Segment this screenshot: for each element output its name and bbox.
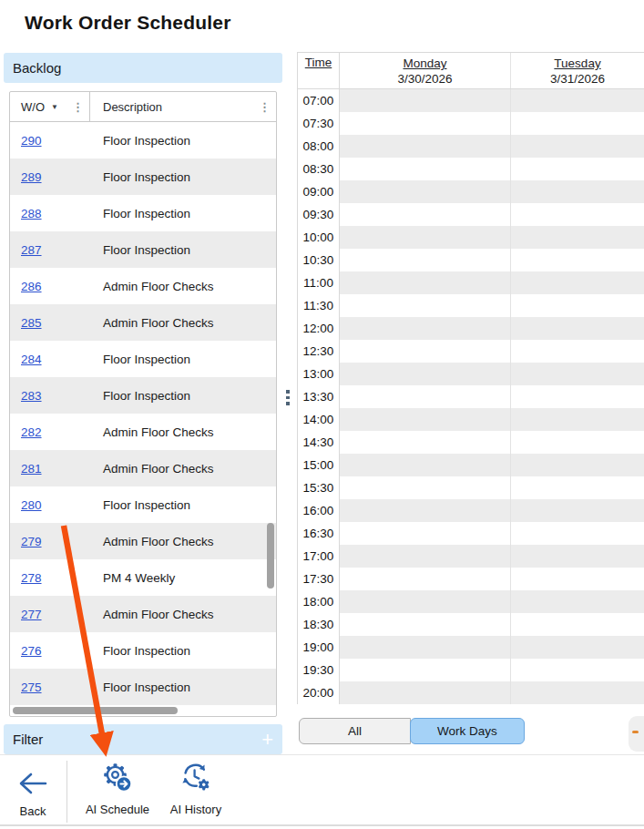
schedule-cell-monday[interactable] — [340, 317, 511, 340]
filter-bar[interactable]: Filter + — [4, 724, 282, 754]
bottom-toolbar: Back — [0, 754, 644, 826]
schedule-cell-tuesday[interactable] — [511, 317, 644, 340]
schedule-cell-tuesday[interactable] — [511, 340, 644, 363]
sort-descending-caret-icon[interactable]: ▼ — [51, 103, 58, 111]
schedule-cell-tuesday[interactable] — [511, 545, 644, 568]
schedule-cell-monday[interactable] — [340, 294, 511, 317]
schedule-cell-tuesday[interactable] — [511, 476, 644, 499]
clipped-corner-button[interactable] — [629, 716, 644, 752]
wo-link[interactable]: 284 — [21, 353, 42, 366]
schedule-cell-tuesday[interactable] — [511, 499, 644, 522]
schedule-cell-monday[interactable] — [340, 385, 511, 408]
table-row: 283 Floor Inspection — [10, 377, 276, 414]
schedule-cell-tuesday[interactable] — [511, 431, 644, 454]
all-days-button[interactable]: All — [299, 718, 411, 744]
schedule-cell-monday[interactable] — [340, 249, 511, 271]
schedule-cell-tuesday[interactable] — [511, 112, 644, 135]
wo-link[interactable]: 279 — [21, 535, 42, 548]
wo-link[interactable]: 275 — [21, 681, 42, 694]
horizontal-scrollbar[interactable] — [13, 707, 178, 714]
schedule-cell-tuesday[interactable] — [511, 408, 644, 431]
schedule-cell-tuesday[interactable] — [511, 89, 644, 112]
kebab-menu-icon[interactable]: ⋮ — [72, 101, 84, 113]
table-row: 282 Admin Floor Checks — [10, 414, 276, 450]
table-row: 287 Floor Inspection — [10, 231, 276, 268]
day-column-header-monday[interactable]: Monday 3/30/2026 — [340, 53, 511, 88]
schedule-cell-monday[interactable] — [340, 568, 511, 590]
schedule-cell-tuesday[interactable] — [511, 522, 644, 545]
wo-link[interactable]: 282 — [21, 425, 42, 439]
schedule-cell-monday[interactable] — [340, 431, 511, 454]
schedule-cell-tuesday[interactable] — [511, 203, 644, 226]
schedule-row: 13:30 — [298, 385, 644, 408]
schedule-cell-tuesday[interactable] — [511, 135, 644, 158]
backlog-title: Backlog — [13, 60, 61, 76]
schedule-cell-monday[interactable] — [340, 522, 511, 545]
schedule-cell-monday[interactable] — [340, 180, 511, 203]
wo-link[interactable]: 285 — [21, 316, 42, 330]
wo-description: Floor Inspection — [90, 644, 276, 658]
panel-splitter-handle[interactable] — [286, 390, 290, 408]
schedule-cell-monday[interactable] — [340, 454, 511, 476]
schedule-cell-tuesday[interactable] — [511, 613, 644, 636]
ai-schedule-button[interactable]: AI Schedule — [79, 761, 156, 816]
time-label: 09:30 — [298, 203, 340, 226]
schedule-cell-monday[interactable] — [340, 363, 511, 385]
schedule-cell-monday[interactable] — [340, 590, 511, 613]
schedule-cell-tuesday[interactable] — [511, 681, 644, 704]
schedule-row: 14:30 — [298, 431, 644, 454]
schedule-cell-tuesday[interactable] — [511, 226, 644, 249]
kebab-menu-icon[interactable]: ⋮ — [259, 101, 271, 113]
wo-link[interactable]: 286 — [21, 280, 42, 293]
schedule-cell-monday[interactable] — [340, 545, 511, 568]
schedule-cell-monday[interactable] — [340, 636, 511, 659]
schedule-cell-tuesday[interactable] — [511, 363, 644, 385]
schedule-cell-tuesday[interactable] — [511, 659, 644, 681]
schedule-cell-monday[interactable] — [340, 408, 511, 431]
schedule-cell-monday[interactable] — [340, 226, 511, 249]
wo-link[interactable]: 287 — [21, 243, 42, 257]
schedule-cell-monday[interactable] — [340, 613, 511, 636]
schedule-cell-monday[interactable] — [340, 89, 511, 112]
schedule-cell-monday[interactable] — [340, 499, 511, 522]
day-column-header-tuesday[interactable]: Tuesday 3/31/2026 — [511, 53, 644, 88]
schedule-cell-monday[interactable] — [340, 271, 511, 294]
add-filter-icon[interactable]: + — [261, 730, 273, 750]
schedule-cell-tuesday[interactable] — [511, 636, 644, 659]
wo-description: Admin Floor Checks — [90, 535, 276, 548]
schedule-cell-tuesday[interactable] — [511, 271, 644, 294]
schedule-cell-monday[interactable] — [340, 476, 511, 499]
back-label: Back — [5, 804, 60, 818]
column-header-description[interactable]: Description ⋮ — [90, 92, 276, 121]
back-button[interactable]: Back — [5, 762, 60, 818]
wo-link[interactable]: 278 — [21, 571, 42, 585]
wo-link[interactable]: 288 — [21, 207, 42, 220]
wo-link[interactable]: 276 — [21, 644, 42, 658]
wo-link[interactable]: 283 — [21, 389, 42, 403]
schedule-cell-monday[interactable] — [340, 659, 511, 681]
schedule-cell-tuesday[interactable] — [511, 590, 644, 613]
wo-link[interactable]: 289 — [21, 170, 42, 184]
schedule-cell-monday[interactable] — [340, 135, 511, 158]
schedule-cell-tuesday[interactable] — [511, 249, 644, 271]
schedule-cell-monday[interactable] — [340, 340, 511, 363]
schedule-cell-tuesday[interactable] — [511, 158, 644, 180]
wo-link[interactable]: 280 — [21, 498, 42, 512]
schedule-cell-tuesday[interactable] — [511, 385, 644, 408]
ai-history-button[interactable]: AI History — [161, 761, 230, 816]
schedule-cell-tuesday[interactable] — [511, 180, 644, 203]
schedule-cell-tuesday[interactable] — [511, 454, 644, 476]
schedule-cell-monday[interactable] — [340, 681, 511, 704]
schedule-cell-monday[interactable] — [340, 158, 511, 180]
schedule-cell-monday[interactable] — [340, 203, 511, 226]
schedule-cell-monday[interactable] — [340, 112, 511, 135]
wo-link[interactable]: 281 — [21, 462, 42, 476]
column-header-wo[interactable]: W/O ▼ ⋮ — [10, 92, 90, 121]
time-column-header[interactable]: Time — [298, 53, 340, 88]
work-days-button[interactable]: Work Days — [410, 718, 525, 744]
wo-link[interactable]: 290 — [21, 134, 42, 148]
schedule-cell-tuesday[interactable] — [511, 294, 644, 317]
wo-link[interactable]: 277 — [21, 608, 42, 621]
schedule-cell-tuesday[interactable] — [511, 568, 644, 590]
vertical-scrollbar[interactable] — [267, 523, 274, 588]
